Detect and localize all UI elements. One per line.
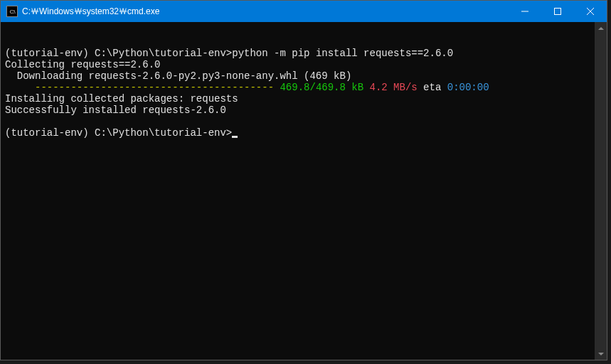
maximize-button[interactable] [541,1,574,22]
terminal[interactable]: (tutorial-env) C:\Python\tutorial-env>py… [1,22,595,360]
minimize-button[interactable] [509,1,541,22]
scrollbar-up-arrow[interactable] [595,22,607,34]
close-icon [587,8,594,15]
command-text: python -m pip install requests==2.6.0 [232,48,453,59]
download-speed: 4.2 MB/s [363,82,418,93]
scrollbar[interactable] [595,22,607,360]
window-controls [509,1,607,22]
eta-label: eta [418,82,447,93]
minimize-icon [521,8,528,15]
close-button[interactable] [574,1,607,22]
eta-value: 0:00:00 [447,82,489,93]
output-line: Installing collected packages: requests [5,93,590,105]
cmd-window: C:\ C:￦Windows￦system32￦cmd.exe (tutoria… [0,0,607,360]
chevron-down-icon [598,353,604,355]
chevron-up-icon [598,27,604,30]
prompt: (tutorial-env) C:\Python\tutorial-env> [5,48,232,59]
output-line: Successfully installed requests-2.6.0 [5,105,590,116]
svg-marker-5 [598,353,604,355]
titlebar[interactable]: C:\ C:￦Windows￦system32￦cmd.exe [1,1,607,22]
cmd-icon: C:\ [6,6,18,17]
scrollbar-track[interactable] [595,34,607,348]
maximize-icon [554,8,561,15]
prompt: (tutorial-env) C:\Python\tutorial-env> [5,127,232,139]
svg-marker-4 [598,27,604,30]
output-line: Collecting requests==2.6.0 [5,59,590,70]
progress-bar: ---------------------------------------- [5,82,280,93]
download-size: 469.8/469.8 kB [280,82,363,93]
svg-rect-1 [555,9,561,15]
scrollbar-down-arrow[interactable] [595,348,607,360]
terminal-area: (tutorial-env) C:\Python\tutorial-env>py… [1,22,607,360]
output-line: Downloading requests-2.6.0-py2.py3-none-… [5,70,590,82]
window-title: C:￦Windows￦system32￦cmd.exe [22,6,509,18]
cursor [232,136,238,138]
